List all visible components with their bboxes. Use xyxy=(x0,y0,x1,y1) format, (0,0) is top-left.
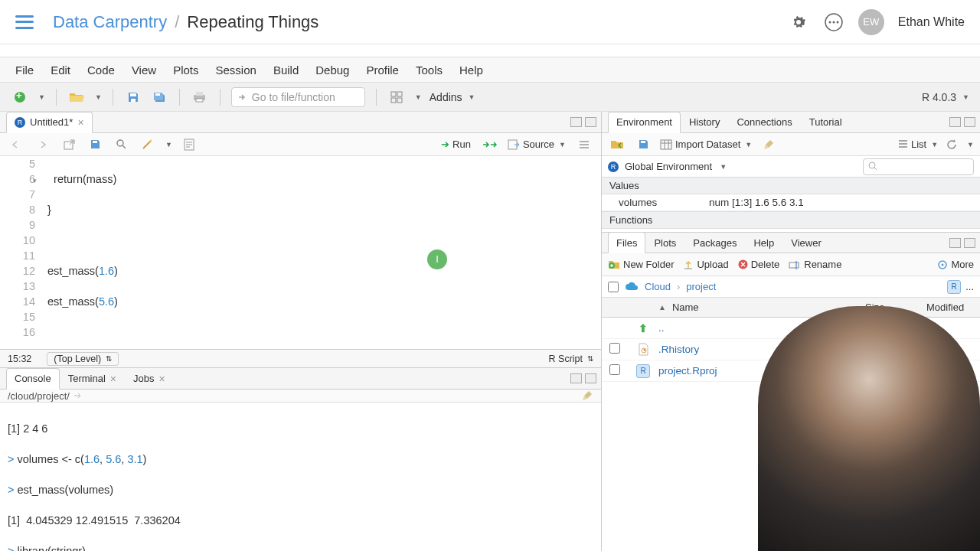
tab-jobs[interactable]: Jobs× xyxy=(125,368,174,390)
menu-tools[interactable]: Tools xyxy=(416,64,443,77)
tab-help[interactable]: Help xyxy=(745,232,782,253)
menu-code[interactable]: Code xyxy=(87,64,115,77)
more-ellipsis[interactable]: ... xyxy=(965,281,974,292)
new-folder-button[interactable]: New Folder xyxy=(608,259,674,270)
wand-button[interactable] xyxy=(138,135,156,154)
file-checkbox[interactable] xyxy=(609,364,620,375)
arrow-icon[interactable] xyxy=(73,391,83,400)
import-dataset-button[interactable]: Import Dataset ▼ xyxy=(660,139,752,150)
broom-icon[interactable] xyxy=(581,390,593,402)
run-button[interactable]: ➔ Run xyxy=(441,139,471,150)
find-button[interactable] xyxy=(112,135,130,154)
forward-button[interactable] xyxy=(34,135,52,154)
save-button[interactable] xyxy=(124,88,142,106)
language-selector[interactable]: R Script xyxy=(549,354,583,364)
grid-button[interactable] xyxy=(387,88,406,106)
col-size[interactable]: Size xyxy=(865,302,926,313)
maximize-button[interactable] xyxy=(964,238,975,248)
report-button[interactable] xyxy=(180,135,198,154)
menu-session[interactable]: Session xyxy=(216,64,256,77)
rproj-icon[interactable]: R xyxy=(947,280,961,294)
breadcrumb-root[interactable]: Data Carpentry xyxy=(53,12,167,32)
more-button[interactable]: More xyxy=(937,259,974,270)
tab-history[interactable]: History xyxy=(681,112,728,133)
scope-selector[interactable]: (Top Level)⇅ xyxy=(47,352,119,366)
menu-plots[interactable]: Plots xyxy=(173,64,198,77)
maximize-button[interactable] xyxy=(585,373,596,383)
chevron-down-icon[interactable]: ▼ xyxy=(415,93,422,101)
menu-help[interactable]: Help xyxy=(459,64,483,77)
clear-workspace-button[interactable] xyxy=(760,135,778,154)
env-search-input[interactable] xyxy=(863,158,974,175)
scope-selector[interactable]: Global Environment xyxy=(625,161,712,172)
more-icon[interactable] xyxy=(823,11,844,33)
tab-plots[interactable]: Plots xyxy=(645,232,684,253)
re-run-button[interactable] xyxy=(480,135,498,154)
outline-button[interactable] xyxy=(575,135,593,154)
menu-profile[interactable]: Profile xyxy=(366,64,399,77)
minimize-button[interactable] xyxy=(570,373,582,383)
print-button[interactable] xyxy=(191,88,209,106)
menu-build[interactable]: Build xyxy=(273,64,299,77)
chevron-down-icon[interactable]: ▼ xyxy=(962,93,969,101)
tab-console[interactable]: Console xyxy=(6,368,60,390)
upload-button[interactable]: Upload xyxy=(683,259,728,270)
hamburger-icon[interactable] xyxy=(15,15,34,29)
close-icon[interactable]: × xyxy=(77,116,83,129)
minimize-button[interactable] xyxy=(949,117,961,127)
back-button[interactable] xyxy=(8,135,26,154)
file-name[interactable]: .Rhistory xyxy=(658,344,865,355)
menu-debug[interactable]: Debug xyxy=(315,64,349,77)
refresh-button[interactable] xyxy=(946,139,958,151)
chevron-down-icon[interactable]: ▼ xyxy=(95,93,102,101)
source-tab[interactable]: R Untitled1* × xyxy=(6,112,93,133)
save-button[interactable] xyxy=(86,135,104,154)
goto-function-input[interactable]: Go to file/function xyxy=(231,87,365,107)
tab-connections[interactable]: Connections xyxy=(728,112,800,133)
open-folder-button[interactable] xyxy=(67,88,86,106)
r-version-selector[interactable]: R 4.0.3 xyxy=(922,91,956,103)
code-content[interactable]: return(mass) } est_mass(1.6) est_mass(5.… xyxy=(44,156,601,349)
menu-edit[interactable]: Edit xyxy=(51,64,70,77)
gear-icon[interactable] xyxy=(788,11,809,33)
maximize-button[interactable] xyxy=(585,117,596,127)
close-icon[interactable]: × xyxy=(158,373,165,385)
menu-view[interactable]: View xyxy=(132,64,156,77)
delete-button[interactable]: Delete xyxy=(738,259,780,270)
env-variable-row[interactable]: volumes num [1:3] 1.6 5.6 3.1 xyxy=(602,194,980,211)
chevron-down-icon[interactable]: ▼ xyxy=(38,93,45,101)
chevron-down-icon[interactable]: ▼ xyxy=(165,141,172,148)
chevron-down-icon[interactable]: ▼ xyxy=(967,141,974,148)
show-in-new-window-button[interactable] xyxy=(60,135,78,154)
breadcrumb-cloud[interactable]: Cloud xyxy=(645,281,671,292)
rename-button[interactable]: Rename xyxy=(789,259,841,270)
tab-files[interactable]: Files xyxy=(608,232,645,253)
col-modified[interactable]: Modified xyxy=(926,302,980,313)
minimize-button[interactable] xyxy=(949,238,961,248)
tab-environment[interactable]: Environment xyxy=(608,112,681,133)
menu-file[interactable]: File xyxy=(15,64,34,77)
maximize-button[interactable] xyxy=(964,117,975,127)
tab-packages[interactable]: Packages xyxy=(684,232,745,253)
new-file-button[interactable] xyxy=(11,88,29,106)
close-icon[interactable]: × xyxy=(110,373,116,385)
file-row[interactable]: .Rhistory 0 B Sep 22 xyxy=(602,339,980,360)
select-all-checkbox[interactable] xyxy=(608,282,619,292)
file-checkbox[interactable] xyxy=(609,343,620,354)
addins-button[interactable]: Addins ▼ xyxy=(430,91,475,103)
minimize-button[interactable] xyxy=(570,117,582,127)
file-row[interactable]: R project.Rproj 91 B Nov 3, xyxy=(602,360,980,382)
tab-tutorial[interactable]: Tutorial xyxy=(801,112,851,133)
save-workspace-button[interactable] xyxy=(634,135,652,154)
load-workspace-button[interactable] xyxy=(608,135,626,154)
file-name[interactable]: project.Rproj xyxy=(658,365,865,377)
view-mode-button[interactable]: List ▼ xyxy=(898,139,938,150)
console-output[interactable]: [1] 2 4 6 > volumes <- c(1.6, 5.6, 3.1) … xyxy=(0,403,601,551)
save-all-button[interactable] xyxy=(150,88,168,106)
breadcrumb-project[interactable]: project xyxy=(686,281,716,292)
source-button[interactable]: Source ▼ xyxy=(508,139,566,150)
tab-viewer[interactable]: Viewer xyxy=(782,232,830,253)
col-name[interactable]: ▲Name xyxy=(628,302,865,313)
code-editor[interactable]: 5 6 7 8 9 10 11 12 13 14 15 16 return(ma… xyxy=(0,156,601,349)
avatar[interactable]: EW xyxy=(858,9,884,35)
